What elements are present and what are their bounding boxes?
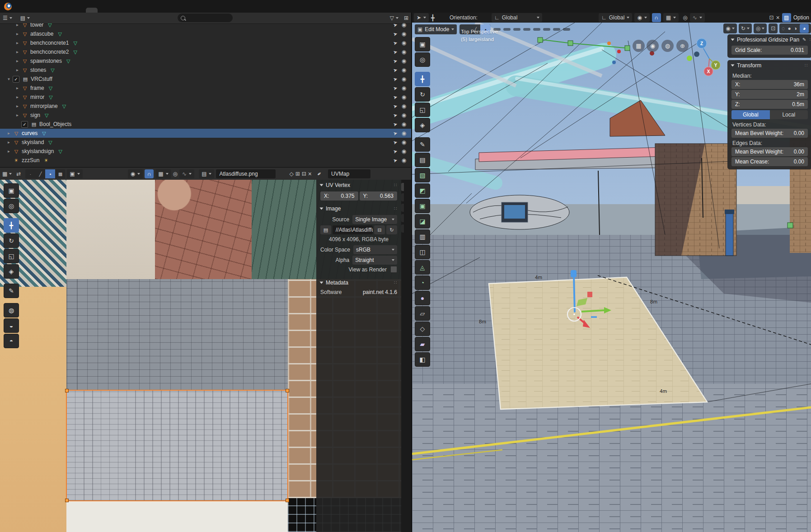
uv-scale-tool[interactable]: ◱ — [4, 249, 19, 263]
object-name[interactable]: tower — [30, 22, 43, 28]
knife-tool[interactable]: ◫ — [415, 245, 430, 259]
global-button[interactable]: Global — [731, 110, 770, 119]
uv-relax-tool[interactable]: ◒ — [4, 318, 19, 333]
mean-bevel-weight-field[interactable]: Mean Bevel Weight:0.00 — [731, 129, 808, 138]
visibility-eye-icon[interactable]: ◉ — [399, 130, 408, 136]
selectable-toggle-icon[interactable]: ➤ — [391, 147, 400, 155]
uv-annotate-tool[interactable]: ✎ — [4, 284, 19, 298]
zzzSun[interactable]: ✓ ☀ zzzSun ☀ ➤ ◉ — [0, 156, 411, 165]
expander-icon[interactable]: ► — [5, 131, 13, 135]
visibility-dropdown[interactable]: ◉ — [723, 23, 736, 33]
visibility-eye-icon[interactable]: ◉ — [399, 76, 408, 82]
shading-solid-icon[interactable]: ● — [788, 25, 791, 32]
object-name[interactable]: spawnstones — [30, 58, 62, 64]
uvmap-field[interactable]: UVMap — [328, 169, 370, 178]
uv-sidebar-tab[interactable] — [401, 193, 404, 201]
expander-icon[interactable]: ► — [14, 86, 21, 90]
uv-select-edge-button[interactable]: ╱ — [35, 169, 45, 178]
atlascube[interactable]: ► ✓ ▽ atlascube ▽ ➤ ◉ — [0, 29, 411, 38]
xray-toggle[interactable]: ⊡ — [769, 23, 778, 33]
collection-checkbox[interactable]: ✓ — [13, 76, 19, 83]
viewport-menu[interactable] — [563, 28, 570, 31]
sign[interactable]: ► ✓ ▽ sign ▽ ➤ ◉ — [0, 111, 411, 120]
uv-vertex-y-field[interactable]: Y:0.563 — [360, 191, 398, 201]
move-tool[interactable]: ╋ — [415, 72, 430, 86]
uv-vertex-panel-header[interactable]: UV Vertex ∷ — [316, 180, 401, 190]
image-path-field[interactable]: //Atlas\Atlasdiffuse... — [333, 225, 373, 234]
clear-x-icon[interactable]: × — [776, 14, 779, 21]
shading-rendered-icon[interactable]: ◕ — [800, 24, 809, 33]
object-name[interactable]: curves — [22, 130, 38, 136]
uv-menu[interactable] — [94, 173, 103, 175]
transform-orientation-dropdown[interactable]: ∟ Global — [599, 13, 632, 22]
selectable-toggle-icon[interactable]: ➤ — [391, 66, 400, 74]
visibility-eye-icon[interactable]: ◉ — [399, 67, 408, 73]
object-name[interactable]: benchconcrete2 — [30, 49, 69, 55]
topbar-menu[interactable] — [16, 5, 24, 8]
workspace-tab[interactable] — [109, 8, 121, 13]
reload-image-icon[interactable]: ↻ — [386, 225, 397, 234]
gridsize-panel-header[interactable]: Professional Gridsize Pan ✎ ∷ — [727, 34, 811, 45]
object-name[interactable]: zzzSun — [22, 157, 39, 163]
expander-icon[interactable]: ► — [14, 95, 21, 99]
smooth-tool[interactable]: ● — [415, 291, 430, 305]
selectable-toggle-icon[interactable]: ➤ — [391, 39, 400, 47]
outliner-search-input[interactable] — [178, 14, 233, 22]
object-name[interactable]: atlascube — [30, 31, 53, 37]
color-space-dropdown[interactable]: sRGB — [353, 245, 397, 254]
bevel-tool[interactable]: ◪ — [415, 214, 430, 229]
workspace-tab[interactable] — [86, 8, 98, 13]
viewport-menu[interactable] — [553, 28, 560, 31]
uv-snap-with-dropdown[interactable]: ▦ — [155, 169, 171, 178]
object-name[interactable]: skyisland — [22, 139, 44, 145]
gizmo-dropdown[interactable]: ↻ — [739, 23, 752, 33]
VRCstuff[interactable]: ▼ ✓ ▤ VRCstuff ➤ ◉ — [0, 75, 411, 84]
uv-menu[interactable] — [84, 173, 93, 175]
horizontal-splitter[interactable] — [0, 167, 411, 168]
expander-icon[interactable]: ► — [14, 41, 21, 45]
workspace-tab[interactable] — [98, 8, 109, 13]
object-name[interactable]: sign — [30, 112, 40, 118]
expander-icon[interactable]: ► — [14, 59, 21, 63]
uv-vertex-x-field[interactable]: X:0.375 — [320, 191, 358, 201]
spawnstones[interactable]: ► ✓ ▽ spawnstones ▽ ➤ ◉ — [0, 56, 411, 65]
stones[interactable]: ► ✓ ▽ stones ▽ ➤ ◉ — [0, 65, 411, 75]
proportional-edit-icon[interactable]: ◎ — [683, 14, 687, 21]
inset-faces-tool[interactable]: ▣ — [415, 199, 430, 213]
uv-select-box-tool[interactable]: ▣ — [4, 183, 19, 198]
shrink-fatten-tool[interactable]: ◇ — [415, 322, 430, 336]
add-cube-tool[interactable]: ▧ — [415, 168, 430, 182]
visibility-eye-icon[interactable]: ◉ — [399, 49, 408, 55]
expander-icon[interactable]: ► — [14, 23, 21, 27]
selectable-toggle-icon[interactable]: ➤ — [391, 75, 400, 83]
visibility-eye-icon[interactable]: ◉ — [399, 157, 408, 163]
new-image-icon[interactable]: ⊞ — [295, 171, 300, 177]
transform-tool[interactable]: ◈ — [415, 118, 430, 132]
poly-build-tool[interactable]: ◬ — [415, 260, 430, 275]
uv-canvas[interactable]: ▣◎╋↻◱◈✎◍◒◓ UV Vertex ∷ X:0.375 Y:0.563 I… — [0, 180, 411, 532]
viewport-menu[interactable] — [543, 28, 550, 31]
uv-sidebar-tab[interactable] — [401, 224, 404, 233]
image-source-dropdown[interactable]: Single Image — [352, 215, 397, 224]
object-name[interactable]: Bool_Objects — [39, 121, 71, 127]
selectable-toggle-icon[interactable]: ➤ — [391, 84, 400, 92]
Bool_Objects[interactable]: ✓ ▤ Bool_Objects ➤ ◉ — [0, 120, 411, 129]
visibility-eye-icon[interactable]: ◉ — [399, 121, 408, 127]
uv-rotate-tool[interactable]: ↻ — [4, 233, 19, 248]
object-name[interactable]: frame — [30, 85, 44, 91]
topbar-menu[interactable] — [25, 5, 33, 8]
selectable-toggle-icon[interactable]: ➤ — [391, 57, 400, 65]
uv-select-vertex-button[interactable]: ∙ — [25, 169, 35, 178]
topbar-menu[interactable] — [34, 5, 42, 8]
expander-icon[interactable]: ► — [14, 68, 21, 72]
object-name[interactable]: skyislandsign — [22, 148, 54, 154]
mirrorplane[interactable]: ► ✓ ▽ mirrorplane ▽ ➤ ◉ — [0, 102, 411, 111]
visibility-eye-icon[interactable]: ◉ — [399, 139, 408, 145]
visibility-eye-icon[interactable]: ◉ — [399, 58, 408, 64]
expander-icon[interactable]: ▼ — [5, 77, 13, 81]
viewport-menu[interactable] — [533, 28, 540, 31]
selectable-toggle-icon[interactable]: ➤ — [391, 93, 400, 101]
options-button[interactable]: Option — [793, 14, 809, 21]
open-image-icon[interactable]: ⊟ — [302, 171, 306, 177]
skyisland[interactable]: ► ✓ ▽ skyisland ▽ ➤ ◉ — [0, 138, 411, 147]
